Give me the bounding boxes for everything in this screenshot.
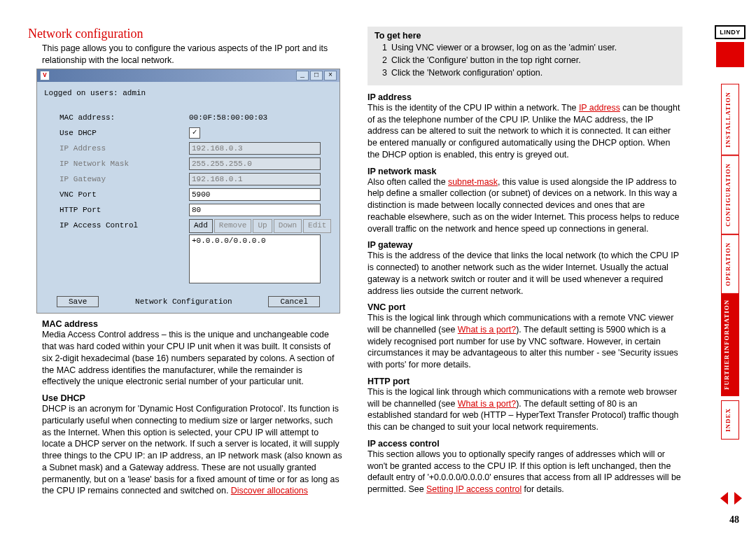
acl-text: This section allows you to optionally sp… bbox=[368, 449, 682, 496]
http-port-input[interactable]: 80 bbox=[189, 204, 321, 216]
ipaddr-input[interactable]: 192.168.0.3 bbox=[189, 142, 321, 155]
dhcp-heading: Use DHCP bbox=[42, 393, 343, 403]
subnet-mask-link[interactable]: subnet-mask bbox=[448, 177, 498, 187]
step-2: Click the 'Configure' button in the top … bbox=[391, 55, 581, 67]
acl-label: IP Access Control bbox=[44, 221, 189, 230]
http-text: This is the logical link through which c… bbox=[368, 386, 682, 433]
step-3: Click the 'Network configuration' option… bbox=[391, 67, 542, 80]
mac-value: 00:0F:58:00:00:03 bbox=[189, 113, 267, 122]
nav-installation[interactable]: INSTALLATION bbox=[721, 84, 739, 155]
ipaddr-label: IP Address bbox=[44, 144, 189, 153]
panel-title: Network Configuration bbox=[135, 296, 232, 307]
side-navigation: LINDY INSTALLATION CONFIGURATION OPERATI… bbox=[714, 25, 746, 440]
vnc-text: This is the logical link through which c… bbox=[368, 312, 682, 371]
dhcp-label: Use DHCP bbox=[44, 129, 189, 137]
dhcp-text: DHCP is an acronym for 'Dynamic Host Con… bbox=[42, 403, 343, 497]
vnc-heading: VNC port bbox=[368, 302, 682, 312]
mac-heading: MAC address bbox=[42, 319, 343, 329]
window-titlebar: V _ □ × bbox=[37, 69, 340, 82]
http-port-label: HTTP Port bbox=[44, 206, 189, 214]
brand-logo: LINDY bbox=[715, 25, 746, 39]
ipaddr-heading: IP address bbox=[368, 92, 682, 102]
vnc-port-label: VNC Port bbox=[44, 190, 189, 199]
ip-address-link[interactable]: IP address bbox=[579, 103, 620, 113]
to-get-here-heading: To get here bbox=[374, 31, 676, 41]
down-button[interactable]: Down bbox=[274, 219, 302, 233]
nav-configuration[interactable]: CONFIGURATION bbox=[721, 155, 739, 234]
mask-text: Also often called the subnet-mask, this … bbox=[368, 176, 682, 235]
gw-heading: IP gateway bbox=[368, 240, 682, 250]
step-1: Using VNC viewer or a browser, log on as… bbox=[391, 42, 617, 55]
discover-allocations-link[interactable]: Discover allocations bbox=[231, 486, 308, 496]
what-is-port-link-2[interactable]: What is a port? bbox=[458, 399, 516, 409]
acl-heading: IP access control bbox=[368, 439, 682, 449]
page-title: Network configuration bbox=[28, 27, 343, 41]
gw-label: IP Gateway bbox=[44, 175, 189, 183]
save-button[interactable]: Save bbox=[57, 296, 99, 307]
intro-text: This page allows you to configure the va… bbox=[42, 43, 343, 66]
page-number: 48 bbox=[729, 514, 739, 526]
gw-input[interactable]: 192.168.0.1 bbox=[189, 173, 321, 185]
vnc-port-input[interactable]: 5900 bbox=[189, 188, 321, 201]
prev-page-icon[interactable] bbox=[720, 492, 728, 505]
what-is-port-link-1[interactable]: What is a port? bbox=[458, 325, 516, 335]
acl-listbox[interactable]: +0.0.0.0/0.0.0.0 bbox=[189, 234, 321, 283]
cancel-button[interactable]: Cancel bbox=[268, 296, 320, 307]
brand-block-icon bbox=[716, 42, 744, 67]
gw-text: This is the address of the device that l… bbox=[368, 250, 682, 297]
ipaddr-text: This is the identity of the CPU IP withi… bbox=[368, 102, 682, 161]
mask-heading: IP network mask bbox=[368, 167, 682, 176]
mac-label: MAC address: bbox=[44, 113, 189, 122]
close-button[interactable]: × bbox=[324, 71, 337, 80]
nav-further-information[interactable]: INFORMATIONFURTHER bbox=[721, 293, 739, 396]
minimize-button[interactable]: _ bbox=[296, 71, 309, 80]
remove-button[interactable]: Remove bbox=[214, 219, 252, 233]
next-page-icon[interactable] bbox=[734, 492, 742, 505]
up-button[interactable]: Up bbox=[253, 219, 272, 233]
nav-operation[interactable]: OPERATION bbox=[721, 234, 739, 294]
add-button[interactable]: Add bbox=[189, 219, 213, 233]
http-heading: HTTP port bbox=[368, 377, 682, 386]
app-icon: V bbox=[40, 71, 50, 80]
logged-on-users: Logged on users: admin bbox=[44, 89, 332, 97]
nav-index[interactable]: INDEX bbox=[721, 400, 739, 440]
mac-text: Media Access Control address – this is t… bbox=[42, 329, 343, 388]
to-get-here-box: To get here 1Using VNC viewer or a brows… bbox=[368, 27, 682, 85]
config-screenshot: V _ □ × Logged on users: admin MAC addre… bbox=[36, 69, 340, 314]
setting-acl-link[interactable]: Setting IP access control bbox=[426, 484, 522, 494]
mask-input[interactable]: 255.255.255.0 bbox=[189, 157, 321, 170]
dhcp-checkbox[interactable]: ✓ bbox=[189, 127, 200, 139]
maximize-button[interactable]: □ bbox=[310, 71, 323, 80]
mask-label: IP Network Mask bbox=[44, 160, 189, 168]
edit-button[interactable]: Edit bbox=[303, 219, 331, 233]
